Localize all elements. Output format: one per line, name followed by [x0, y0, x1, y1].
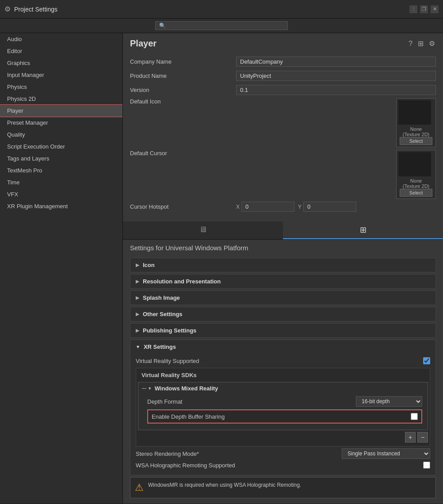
x-label: X: [236, 204, 240, 210]
version-label: Version: [130, 87, 236, 93]
title-bar: ⚙ Project Settings ⋮ ❐ ✕: [0, 0, 443, 19]
search-bar: 🔍: [0, 19, 443, 33]
stereo-rendering-label: Stereo Rendering Mode*: [136, 451, 342, 457]
product-name-row: Product Name: [130, 70, 436, 81]
splash-arrow: ▶: [136, 295, 139, 300]
vr-sdks-label: Virtual Reality SDKs: [138, 370, 428, 380]
tab-standalone[interactable]: 🖥: [123, 221, 283, 239]
icon-section-header[interactable]: ▶ Icon: [130, 258, 435, 272]
xr-arrow: ▼: [136, 344, 140, 349]
fields-section: Company Name Product Name Version Defaul…: [123, 52, 443, 218]
depth-buffer-sharing-row: Enable Depth Buffer Sharing: [147, 409, 422, 424]
company-name-row: Company Name: [130, 56, 436, 67]
depth-format-row: Depth Format 16-bit depth 24-bit depth 1…: [147, 396, 422, 407]
sdk-remove-button[interactable]: −: [417, 432, 428, 443]
depth-buffer-checkbox[interactable]: [411, 413, 418, 420]
help-icon-button[interactable]: ?: [408, 39, 413, 49]
resolution-arrow: ▶: [136, 279, 139, 284]
other-arrow: ▶: [136, 312, 139, 317]
vr-sdks-section: Virtual Reality SDKs — ▼ Windows Mixed R…: [136, 368, 430, 447]
sidebar-item-editor[interactable]: Editor: [0, 45, 122, 57]
search-input[interactable]: [168, 23, 284, 29]
cursor-hotspot-label: Cursor Hotspot: [130, 203, 236, 210]
version-input[interactable]: [236, 85, 436, 95]
cursor-hotspot-row: Cursor Hotspot X Y: [130, 202, 436, 212]
sidebar-item-quality[interactable]: Quality: [0, 129, 122, 141]
depth-buffer-label: Enable Depth Buffer Sharing: [152, 413, 411, 420]
other-section-header[interactable]: ▶ Other Settings: [130, 307, 435, 321]
sidebar-item-textmesh-pro[interactable]: TextMesh Pro: [0, 164, 122, 176]
default-icon-select-button[interactable]: Select: [400, 137, 432, 145]
default-icon-preview: None(Texture 2D) Select: [396, 98, 436, 147]
menu-button[interactable]: ⋮: [409, 5, 417, 13]
sidebar-item-graphics[interactable]: Graphics: [0, 57, 122, 69]
sidebar-item-preset-manager[interactable]: Preset Manager: [0, 117, 122, 129]
wmr-label: Windows Mixed Reality: [155, 385, 218, 392]
icon-section: ▶ Icon: [130, 258, 436, 272]
hotspot-y-input[interactable]: [303, 202, 356, 212]
cursor-preview-inner: [398, 152, 431, 176]
publishing-section: ▶ Publishing Settings: [130, 323, 436, 338]
sidebar-item-vfx[interactable]: VFX: [0, 188, 122, 200]
vr-supported-row: Virtual Reality Supported: [136, 357, 430, 364]
page-title: Player: [130, 38, 157, 49]
main-layout: Audio Editor Graphics Input Manager Phys…: [0, 33, 443, 504]
sidebar-item-tags-and-layers[interactable]: Tags and Layers: [0, 153, 122, 164]
splash-section-header[interactable]: ▶ Splash Image: [130, 291, 435, 305]
depth-format-label: Depth Format: [147, 398, 356, 405]
sidebar-item-audio[interactable]: Audio: [0, 33, 122, 45]
settings-icon-button[interactable]: ⚙: [428, 38, 436, 49]
platform-settings-label: Settings for Universal Windows Platform: [123, 240, 443, 256]
sidebar-item-script-execution-order[interactable]: Script Execution Order: [0, 141, 122, 153]
wsa-holographic-label: WSA Holographic Remoting Supported: [136, 462, 423, 469]
hotspot-x: X: [236, 202, 294, 212]
default-cursor-label: Default Cursor: [130, 150, 236, 157]
resolution-section-header[interactable]: ▶ Resolution and Presentation: [130, 275, 435, 288]
other-section: ▶ Other Settings: [130, 307, 436, 321]
default-icon-row: Default Icon None(Texture 2D) Select: [130, 98, 436, 147]
sdk-add-button[interactable]: +: [405, 432, 416, 443]
sidebar-item-time[interactable]: Time: [0, 176, 122, 188]
sdk-controls: + −: [138, 432, 428, 443]
xr-settings-label: XR Settings: [144, 344, 176, 350]
wsa-holographic-checkbox[interactable]: [423, 462, 430, 469]
product-name-label: Product Name: [130, 73, 236, 79]
default-cursor-select-button[interactable]: Select: [400, 189, 432, 197]
version-row: Version: [130, 84, 436, 95]
sidebar-item-input-manager[interactable]: Input Manager: [0, 69, 122, 81]
other-section-label: Other Settings: [143, 311, 183, 317]
xr-settings-content: Virtual Reality Supported Virtual Realit…: [130, 354, 435, 475]
publishing-section-label: Publishing Settings: [143, 327, 196, 334]
splash-section: ▶ Splash Image: [130, 290, 436, 305]
publishing-section-header[interactable]: ▶ Publishing Settings: [130, 324, 435, 337]
default-cursor-row: Default Cursor None(Texture 2D) Select: [130, 150, 436, 199]
stereo-rendering-dropdown[interactable]: Single Pass Single Pass Instanced Multi …: [342, 448, 430, 459]
sidebar-item-player[interactable]: Player: [0, 105, 122, 117]
wmr-section: — ▼ Windows Mixed Reality Depth Format 1…: [138, 382, 428, 430]
platform-tabs: 🖥 ⊞: [123, 221, 443, 240]
cursor-none-text: None(Texture 2D): [398, 178, 434, 189]
vr-supported-checkbox[interactable]: [423, 357, 430, 364]
icon-none-text: None(Texture 2D): [398, 126, 434, 137]
sidebar-item-xr-plugin-management[interactable]: XR Plugin Management: [0, 200, 122, 212]
company-name-input[interactable]: [236, 57, 436, 67]
y-label: Y: [298, 204, 302, 210]
layout-icon-button[interactable]: ⊞: [417, 38, 424, 49]
wmr-header[interactable]: — ▼ Windows Mixed Reality: [138, 382, 428, 394]
product-name-input[interactable]: [236, 71, 436, 81]
depth-format-dropdown[interactable]: 16-bit depth 24-bit depth 16-bit depth s…: [356, 396, 422, 407]
tab-uwp[interactable]: ⊞: [283, 221, 443, 239]
close-button[interactable]: ✕: [431, 5, 439, 13]
maximize-button[interactable]: ❐: [420, 5, 428, 13]
sidebar-item-physics[interactable]: Physics: [0, 81, 122, 93]
splash-section-label: Splash Image: [143, 294, 180, 301]
xr-settings-header[interactable]: ▼ XR Settings: [130, 340, 435, 354]
search-icon: 🔍: [159, 23, 166, 29]
resolution-section: ▶ Resolution and Presentation: [130, 274, 436, 289]
warning-icon: ⚠: [135, 482, 144, 493]
hotspot-x-input[interactable]: [241, 202, 294, 212]
header-icons: ? ⊞ ⚙: [408, 38, 436, 49]
sidebar-item-physics-2d[interactable]: Physics 2D: [0, 93, 122, 105]
icon-arrow: ▶: [136, 263, 139, 267]
resolution-section-label: Resolution and Presentation: [143, 278, 221, 285]
